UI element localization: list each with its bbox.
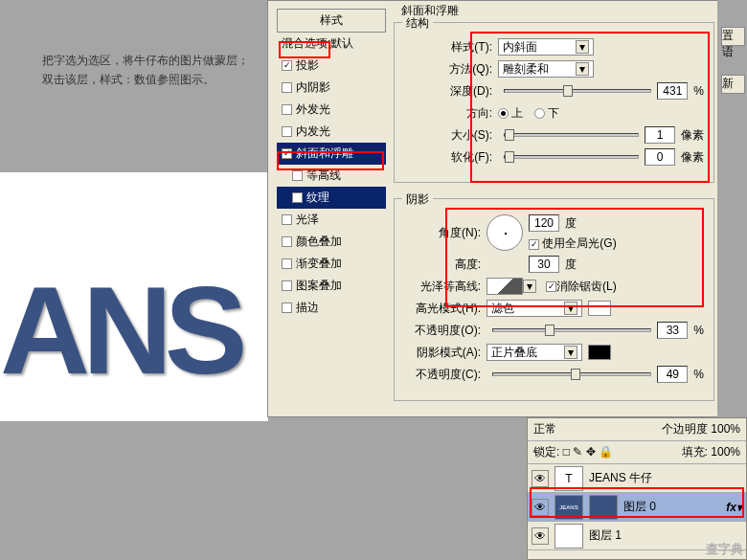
size-input[interactable] bbox=[645, 126, 675, 144]
opacity-slider[interactable] bbox=[492, 328, 651, 332]
checkbox-icon[interactable] bbox=[282, 60, 292, 71]
angle-label: 角度(N): bbox=[404, 225, 487, 241]
opacity2-input[interactable] bbox=[657, 366, 688, 383]
radio-up[interactable] bbox=[498, 108, 509, 119]
structure-legend: 结构 bbox=[402, 15, 433, 32]
style-blending-options[interactable]: 混合选项:默认 bbox=[277, 33, 386, 55]
style-inner-glow[interactable]: 内发光 bbox=[277, 121, 386, 143]
style-satin[interactable]: 光泽 bbox=[277, 209, 386, 231]
style-contour[interactable]: 等高线 bbox=[277, 165, 386, 187]
layers-panel: 正常 个边明度 100% 锁定: □ ✎ ✥ 🔒 填充: 100% 👁 T JE… bbox=[527, 417, 747, 560]
watermark: 查字典 bbox=[706, 541, 743, 558]
opacity-input[interactable] bbox=[657, 322, 688, 339]
eye-icon[interactable]: 👁 bbox=[532, 470, 549, 487]
checkbox-icon[interactable] bbox=[292, 192, 303, 203]
instruction-text-2: 双击该层，样式：数值参照图示。 bbox=[42, 70, 249, 89]
soften-label: 软化(F): bbox=[404, 149, 498, 166]
layer-style-dialog: 样式 混合选项:默认 投影 内阴影 外发光 内发光 斜面和浮雕 等高线 纹理 光… bbox=[267, 0, 717, 417]
layer-thumb bbox=[555, 524, 583, 549]
style-bevel-emboss[interactable]: 斜面和浮雕 bbox=[277, 143, 386, 165]
fx-icon[interactable]: fx▾ bbox=[726, 501, 742, 514]
layer-jeans-text[interactable]: 👁 T JEANS 牛仔 bbox=[528, 464, 746, 493]
direction-label: 方向: bbox=[404, 105, 498, 122]
style-stroke[interactable]: 描边 bbox=[277, 297, 386, 319]
antialias-checkbox[interactable] bbox=[546, 281, 556, 292]
layer-thumb: JEANS bbox=[555, 495, 583, 520]
btn-lang[interactable]: 置语 bbox=[721, 27, 745, 46]
angle-input[interactable] bbox=[529, 214, 559, 232]
style-drop-shadow[interactable]: 投影 bbox=[277, 55, 386, 77]
chevron-down-icon: ▾ bbox=[564, 346, 577, 359]
layer-0[interactable]: 👁 JEANS 图层 0 fx▾ bbox=[528, 493, 746, 522]
checkbox-icon[interactable] bbox=[282, 214, 292, 225]
depth-input[interactable] bbox=[657, 82, 688, 100]
checkbox-icon[interactable] bbox=[282, 280, 292, 291]
style-inner-shadow[interactable]: 内阴影 bbox=[277, 77, 386, 99]
checkbox-icon[interactable] bbox=[292, 170, 303, 181]
opacity2-label: 不透明度(C): bbox=[404, 367, 487, 383]
method-label: 方法(Q): bbox=[404, 61, 498, 78]
altitude-label: 高度: bbox=[404, 257, 487, 273]
altitude-input[interactable] bbox=[529, 256, 559, 273]
highlight-color[interactable] bbox=[588, 301, 611, 316]
opacity2-slider[interactable] bbox=[492, 372, 651, 376]
style-color-overlay[interactable]: 颜色叠加 bbox=[277, 231, 386, 253]
size-slider[interactable] bbox=[504, 133, 639, 137]
angle-wheel[interactable] bbox=[487, 214, 523, 251]
shadow-mode-label: 阴影模式(A): bbox=[404, 345, 487, 361]
opacity-label: 不透明度(O): bbox=[404, 323, 487, 339]
shadow-mode-dropdown[interactable]: 正片叠底▾ bbox=[487, 344, 582, 361]
checkbox-icon[interactable] bbox=[282, 82, 292, 93]
shading-legend: 阴影 bbox=[402, 191, 433, 208]
soften-input[interactable] bbox=[645, 148, 675, 166]
layer-thumb: T bbox=[555, 466, 583, 491]
chevron-down-icon[interactable]: ▾ bbox=[523, 280, 536, 293]
checkbox-icon[interactable] bbox=[282, 104, 292, 115]
style-gradient-overlay[interactable]: 渐变叠加 bbox=[277, 253, 386, 275]
checkbox-icon[interactable] bbox=[282, 258, 292, 269]
highlight-mode-label: 高光模式(H): bbox=[404, 301, 487, 317]
btn-new[interactable]: 新 bbox=[721, 75, 745, 94]
gloss-contour[interactable] bbox=[487, 278, 523, 295]
radio-down[interactable] bbox=[534, 108, 545, 119]
soften-slider[interactable] bbox=[504, 155, 639, 159]
instruction-text-1: 把字选为选区，将牛仔布的图片做蒙层； bbox=[42, 51, 249, 70]
chevron-down-icon: ▾ bbox=[576, 40, 589, 54]
gloss-label: 光泽等高线: bbox=[404, 279, 487, 295]
styles-header: 样式 bbox=[277, 9, 386, 33]
canvas-jeans-text: ANS bbox=[0, 258, 239, 402]
depth-label: 深度(D): bbox=[404, 83, 498, 100]
style-texture[interactable]: 纹理 bbox=[277, 187, 386, 209]
size-label: 大小(S): bbox=[404, 127, 498, 144]
global-light-checkbox[interactable] bbox=[529, 239, 539, 250]
style-dropdown[interactable]: 内斜面▾ bbox=[498, 38, 594, 56]
style-label: 样式(T): bbox=[404, 39, 498, 56]
eye-icon[interactable]: 👁 bbox=[532, 499, 549, 516]
depth-slider[interactable] bbox=[504, 89, 651, 93]
eye-icon[interactable]: 👁 bbox=[532, 527, 549, 545]
chevron-down-icon: ▾ bbox=[564, 302, 577, 315]
method-dropdown[interactable]: 雕刻柔和▾ bbox=[498, 60, 594, 78]
checkbox-icon[interactable] bbox=[282, 302, 292, 313]
chevron-down-icon: ▾ bbox=[576, 62, 589, 76]
style-pattern-overlay[interactable]: 图案叠加 bbox=[277, 275, 386, 297]
checkbox-icon[interactable] bbox=[282, 148, 292, 159]
blend-mode[interactable]: 正常 bbox=[533, 421, 556, 437]
checkbox-icon[interactable] bbox=[282, 126, 292, 137]
checkbox-icon[interactable] bbox=[282, 236, 292, 247]
shadow-color[interactable] bbox=[588, 345, 611, 360]
highlight-mode-dropdown[interactable]: 滤色▾ bbox=[487, 300, 582, 317]
layer-mask-thumb bbox=[589, 495, 618, 520]
style-outer-glow[interactable]: 外发光 bbox=[277, 99, 386, 121]
